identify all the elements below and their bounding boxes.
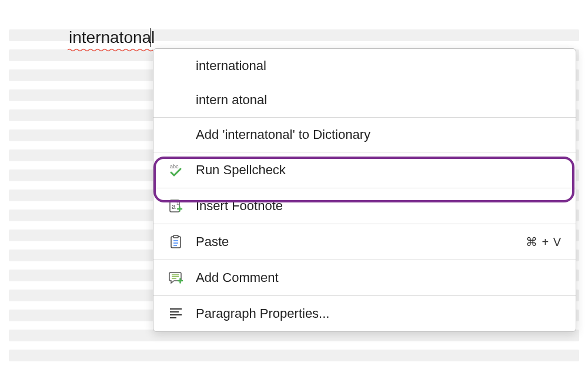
context-menu: international intern atonal Add 'interna… <box>153 48 576 332</box>
spell-suggestion-2[interactable]: intern atonal <box>153 83 576 117</box>
paste[interactable]: Paste ⌘ + V <box>153 224 576 260</box>
paragraph-icon <box>168 305 184 322</box>
spellcheck-underline <box>68 48 153 53</box>
add-comment[interactable]: Add Comment <box>153 260 576 295</box>
menu-label: international <box>196 58 562 74</box>
menu-label: Paragraph Properties... <box>196 306 562 321</box>
menu-label: Paste <box>196 234 526 250</box>
insert-footnote[interactable]: a 1 Insert Footnote <box>153 188 576 224</box>
clipboard-icon <box>168 234 184 250</box>
keyboard-shortcut: ⌘ + V <box>526 235 562 249</box>
svg-rect-5 <box>173 235 178 238</box>
menu-label: Run Spellcheck <box>196 162 562 178</box>
footnote-icon: a 1 <box>168 198 184 214</box>
paragraph-properties[interactable]: Paragraph Properties... <box>153 295 576 331</box>
svg-text:1: 1 <box>176 201 179 206</box>
spellcheck-icon: abc <box>168 162 184 178</box>
svg-rect-4 <box>171 237 181 248</box>
run-spellcheck[interactable]: abc Run Spellcheck <box>153 152 576 188</box>
spell-suggestion-1[interactable]: international <box>153 49 576 83</box>
menu-label: Add 'internatonal' to Dictionary <box>196 127 562 142</box>
misspelled-word[interactable]: internatonal <box>69 28 155 46</box>
svg-text:a: a <box>172 202 176 211</box>
menu-label: Insert Footnote <box>196 198 562 214</box>
menu-label: Add Comment <box>196 270 562 285</box>
add-to-dictionary[interactable]: Add 'internatonal' to Dictionary <box>153 117 576 152</box>
menu-label: intern atonal <box>196 92 562 108</box>
placeholder-line <box>9 350 579 361</box>
svg-text:abc: abc <box>170 164 179 169</box>
misspelled-word-container: internatonal <box>69 28 155 47</box>
text-cursor <box>150 28 151 47</box>
comment-icon <box>168 270 184 286</box>
